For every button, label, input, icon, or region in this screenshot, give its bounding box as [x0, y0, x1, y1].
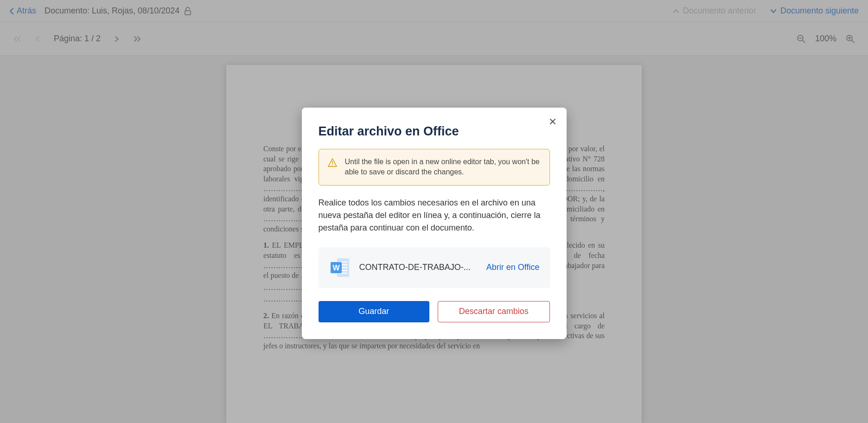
open-in-office-link[interactable]: Abrir en Office	[486, 263, 540, 272]
svg-text:W: W	[332, 264, 340, 272]
edit-office-dialog: Editar archivo en Office Until the file …	[302, 108, 567, 339]
svg-point-9	[332, 165, 333, 166]
close-button[interactable]	[547, 116, 558, 127]
warning-text: Until the file is open in a new online e…	[345, 157, 541, 178]
discard-button[interactable]: Descartar cambios	[438, 301, 550, 322]
dialog-title: Editar archivo en Office	[319, 124, 550, 139]
file-name: CONTRATO-DE-TRABAJO-...	[359, 263, 478, 272]
dialog-body: Realice todos los cambios necesarios en …	[319, 197, 550, 234]
file-row: W CONTRATO-DE-TRABAJO-... Abrir en Offic…	[319, 247, 550, 288]
close-icon	[549, 118, 556, 125]
warning-banner: Until the file is open in a new online e…	[319, 149, 550, 186]
word-file-icon: W	[329, 256, 351, 279]
save-button[interactable]: Guardar	[319, 301, 430, 322]
warning-icon	[327, 158, 338, 168]
modal-overlay: Editar archivo en Office Until the file …	[0, 0, 868, 423]
dialog-actions: Guardar Descartar cambios	[319, 301, 550, 322]
